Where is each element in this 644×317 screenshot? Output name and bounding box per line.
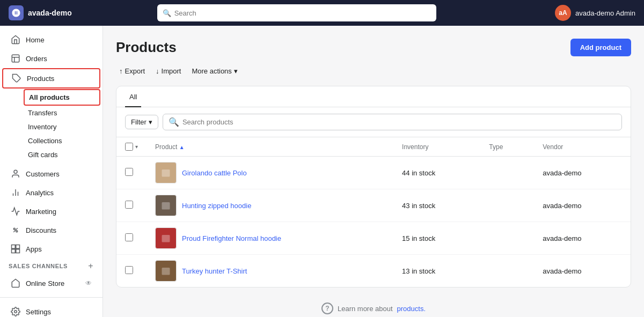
row-checkbox-2[interactable] [125, 201, 133, 209]
search-products-input[interactable] [182, 118, 616, 126]
search-input[interactable] [157, 4, 436, 21]
search-area: 🔍 [157, 4, 436, 21]
sidebar-item-marketing[interactable]: Marketing [2, 202, 100, 220]
page-actions: ↑ Export ↓ Import More actions ▾ [116, 65, 631, 77]
sidebar-item-orders[interactable]: Orders [2, 49, 100, 68]
sidebar-sub-item-gift-cards[interactable]: Gift cards [24, 148, 100, 161]
sidebar-item-home[interactable]: Home [2, 31, 100, 49]
sidebar-sub-item-all-products[interactable]: All products [25, 91, 97, 104]
top-nav-right: aA avada-demo Admin [555, 5, 635, 21]
filter-bar: Filter ▾ 🔍 [116, 107, 631, 137]
table-row: Turkey hunter T-Shirt 13 in stock avada-… [116, 255, 631, 287]
filter-button[interactable]: Filter ▾ [125, 115, 158, 129]
table-row: Proud Firefighter Normal hoodie 15 in st… [116, 222, 631, 255]
product-name-link-1[interactable]: Girolando cattle Polo [182, 169, 247, 177]
brand-icon [9, 5, 24, 20]
row-checkbox-cell [116, 222, 147, 255]
vendor-col-header: Vendor [534, 137, 631, 157]
sidebar-item-label: Home [26, 36, 45, 44]
products-tbody: Girolando cattle Polo 44 in stock avada-… [116, 157, 631, 287]
product-cell: Girolando cattle Polo [147, 157, 393, 189]
svg-point-2 [14, 170, 17, 173]
all-products-wrapper: All products [24, 89, 100, 106]
sales-channels-label: SALES CHANNELS [9, 263, 68, 269]
svg-line-8 [13, 228, 18, 232]
product-thumbnail [155, 260, 177, 282]
sidebar-bottom: Settings [0, 297, 103, 317]
sidebar-item-settings[interactable]: Settings [2, 303, 100, 317]
products-card: All Filter ▾ 🔍 [116, 86, 631, 287]
svg-rect-19 [162, 235, 170, 242]
settings-label: Settings [26, 308, 51, 316]
row-checkbox-4[interactable] [125, 266, 133, 274]
add-sales-channel-button[interactable]: + [85, 261, 96, 271]
apps-icon [11, 244, 20, 254]
more-actions-button[interactable]: More actions ▾ [188, 65, 240, 77]
row-checkbox-3[interactable] [125, 233, 133, 241]
table-row: Girolando cattle Polo 44 in stock avada-… [116, 157, 631, 189]
top-nav: avada-demo 🔍 aA avada-demo Admin [0, 0, 644, 26]
sidebar-products-label: Products [27, 75, 54, 83]
online-store-icon [11, 278, 20, 288]
product-cell: Proud Firefighter Normal hoodie [147, 222, 393, 255]
sidebar-item-products[interactable]: Products [3, 69, 99, 87]
add-product-button[interactable]: Add product [570, 39, 631, 56]
table-header: ▾ Product ▲ Inventory Type Vendor [116, 137, 631, 157]
avatar[interactable]: aA [555, 5, 571, 21]
tabs-row: All [116, 86, 631, 107]
row-checkbox-cell [116, 255, 147, 287]
discounts-icon [11, 225, 20, 235]
tab-all[interactable]: All [125, 86, 141, 107]
import-button[interactable]: ↓ Import [152, 65, 184, 77]
row-checkbox-1[interactable] [125, 168, 133, 176]
svg-rect-17 [162, 202, 170, 210]
sidebar-item-label: Discounts [26, 226, 56, 234]
type-col-header: Type [480, 137, 534, 157]
footer-learn-text: Learn more about [338, 305, 393, 313]
sidebar-item-analytics[interactable]: Analytics [2, 183, 100, 202]
svg-rect-12 [12, 249, 16, 253]
sidebar-item-apps[interactable]: Apps [2, 240, 100, 258]
type-cell [480, 255, 534, 287]
product-name-link-3[interactable]: Proud Firefighter Normal hoodie [182, 234, 281, 242]
footer-products-link[interactable]: products. [397, 305, 426, 313]
page-header: Products Add product [116, 39, 631, 56]
svg-point-13 [14, 311, 17, 313]
product-cell: Turkey hunter T-Shirt [147, 255, 393, 287]
sidebar-item-online-store[interactable]: Online Store 👁 [2, 274, 100, 292]
export-icon: ↑ [119, 67, 123, 75]
sidebar-item-discounts[interactable]: Discounts [2, 221, 100, 239]
sidebar-sub-item-collections[interactable]: Collections [24, 134, 100, 148]
page-title: Products [116, 39, 177, 56]
inventory-cell: 44 in stock [393, 157, 480, 189]
customers-icon [11, 169, 20, 179]
sidebar-sub-item-inventory[interactable]: Inventory [24, 120, 100, 134]
marketing-icon [11, 207, 20, 216]
footer-info: ? Learn more about products. [116, 287, 631, 317]
sort-chevron: ▾ [135, 144, 138, 150]
home-icon [11, 35, 20, 45]
select-all-checkbox[interactable] [125, 143, 133, 151]
sidebar-item-customers[interactable]: Customers [2, 165, 100, 183]
sidebar-item-label: Orders [26, 55, 47, 63]
export-button[interactable]: ↑ Export [116, 65, 148, 77]
svg-rect-10 [16, 245, 20, 249]
settings-icon [11, 307, 20, 316]
chevron-down-icon: ▾ [234, 67, 238, 75]
sidebar-item-products-wrapper: Products [2, 68, 100, 89]
inventory-col-header: Inventory [393, 137, 480, 157]
table-row: Hunting zipped hoodie 43 in stock avada-… [116, 189, 631, 222]
product-name-link-2[interactable]: Hunting zipped hoodie [182, 202, 251, 210]
product-col-header[interactable]: Product ▲ [147, 137, 393, 157]
row-checkbox-cell [116, 157, 147, 189]
search-products-icon: 🔍 [169, 117, 179, 127]
sidebar-item-label: Customers [26, 170, 60, 178]
sidebar-sub-item-transfers[interactable]: Transfers [24, 106, 100, 120]
filter-chevron-icon: ▾ [149, 118, 152, 126]
product-name-link-4[interactable]: Turkey hunter T-Shirt [182, 267, 247, 275]
svg-rect-0 [12, 55, 19, 62]
products-table: ▾ Product ▲ Inventory Type Vendor [116, 137, 631, 287]
brand[interactable]: avada-demo [9, 5, 94, 20]
search-icon: 🔍 [163, 9, 171, 17]
user-label: avada-demo Admin [575, 9, 635, 17]
